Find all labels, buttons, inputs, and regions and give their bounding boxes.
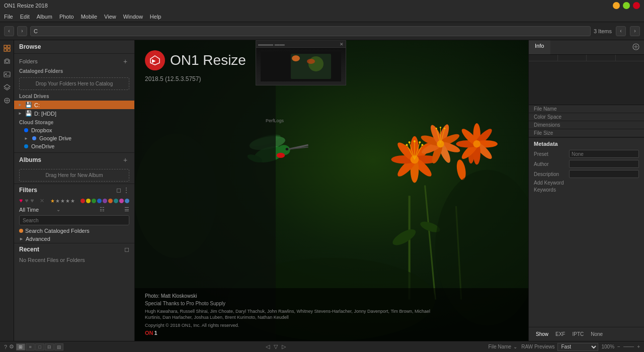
close-button[interactable]	[633, 2, 640, 9]
compare-view-button[interactable]: ⊟	[45, 343, 54, 350]
browse-icon[interactable]	[1, 42, 13, 54]
google-arrow-icon: ►	[24, 136, 29, 141]
nav-forward-button[interactable]: ›	[17, 26, 27, 36]
status-left: ? ⚙ ⊞ ≡ □ ⊟ ▤	[4, 343, 63, 350]
list-view-button[interactable]: ≡	[26, 343, 35, 350]
heart-filled-icon[interactable]: ♥	[19, 197, 23, 204]
menu-help[interactable]: Help	[150, 14, 162, 20]
recent-add-icon[interactable]: ◻	[124, 246, 129, 253]
albums-drop-zone[interactable]: Drag Here for New Album	[19, 169, 129, 182]
zoom-slider[interactable]: ───	[623, 344, 634, 349]
single-view-button[interactable]: □	[35, 343, 44, 350]
color-red[interactable]	[80, 199, 85, 203]
search-row	[14, 214, 134, 227]
center-left-icon[interactable]: ◁	[266, 343, 270, 350]
description-input[interactable]	[569, 170, 639, 178]
onedrive-item[interactable]: OneDrive	[14, 142, 134, 150]
google-dot	[32, 136, 36, 140]
filmstrip-view-button[interactable]: ▤	[54, 343, 63, 350]
star-3[interactable]: ★	[60, 198, 65, 204]
color-green[interactable]	[92, 199, 96, 203]
search-input[interactable]	[19, 215, 129, 225]
browse-icon-right[interactable]	[628, 40, 644, 54]
sort-chevron[interactable]: ⌄	[513, 344, 517, 349]
preset-input[interactable]	[569, 150, 639, 158]
reject-icon[interactable]: ✕	[40, 198, 44, 204]
menu-file[interactable]: File	[4, 14, 13, 20]
tab-info[interactable]: Info	[529, 40, 550, 54]
recent-section: Recent ◻	[14, 243, 134, 255]
slideshow-icon[interactable]: ▽	[274, 343, 278, 350]
google-drive-item[interactable]: ► Google Drive	[14, 134, 134, 142]
add-album-button[interactable]: +	[121, 156, 129, 164]
heart-empty-2-icon[interactable]: ♥	[30, 197, 34, 204]
time-filter-chevron[interactable]: ⌄	[56, 207, 60, 212]
color-blue[interactable]	[97, 199, 102, 203]
nav-prev-button[interactable]: ‹	[616, 26, 626, 36]
star-4[interactable]: ★	[65, 198, 70, 204]
col-4	[616, 55, 645, 61]
color-yellow[interactable]	[86, 199, 91, 203]
nav-next-button[interactable]: ›	[630, 26, 640, 36]
none-button[interactable]: None	[589, 330, 605, 338]
nav-back-button[interactable]: ‹	[4, 26, 14, 36]
info-preview	[529, 55, 644, 105]
menu-album[interactable]: Album	[37, 14, 52, 20]
app-logo-area: ▶ ON1 Resize	[145, 50, 266, 70]
menu-photo[interactable]: Photo	[59, 14, 74, 20]
minimize-button[interactable]	[613, 2, 620, 9]
drop-zone[interactable]: Drop Your Folders Here to Catalog	[19, 77, 129, 90]
grid-view-button[interactable]: ⊞	[16, 343, 25, 350]
menu-edit[interactable]: Edit	[20, 14, 30, 20]
svg-rect-3	[8, 49, 10, 51]
add-folder-button[interactable]: +	[121, 57, 129, 65]
menu-mobile[interactable]: Mobile	[81, 14, 97, 20]
color-teal[interactable]	[125, 199, 129, 203]
filters-expand-icon[interactable]: ◻	[116, 187, 121, 194]
advanced-link[interactable]: ► Advanced	[14, 235, 134, 243]
color-pink[interactable]	[119, 199, 124, 203]
col-1	[529, 55, 558, 61]
svg-rect-2	[4, 49, 7, 51]
iptc-button[interactable]: IPTC	[570, 330, 586, 338]
menu-view[interactable]: View	[104, 14, 116, 20]
filters-more-icon[interactable]: ⋮	[123, 187, 129, 194]
color-orange[interactable]	[108, 199, 113, 203]
dropbox-label: Dropbox	[31, 127, 52, 133]
camera-icon[interactable]	[1, 55, 13, 67]
drive-c-item[interactable]: ► 💾 C:	[14, 101, 134, 109]
albums-drag-label: Drag Here for New Album	[46, 172, 103, 178]
author-input[interactable]	[569, 160, 639, 168]
file-size-row: File Size	[529, 129, 644, 137]
raw-quality-select[interactable]: Fast High Quality	[557, 343, 598, 351]
zoom-out-icon[interactable]: −	[617, 344, 620, 349]
maximize-button[interactable]	[623, 2, 630, 9]
drive-d-item[interactable]: ► 💾 D: [HDD]	[14, 109, 134, 118]
star-1[interactable]: ★	[50, 198, 55, 204]
dropbox-item[interactable]: Dropbox	[14, 126, 134, 134]
exif-button[interactable]: EXF	[553, 330, 567, 338]
photo-icon[interactable]	[1, 68, 13, 80]
menu-window[interactable]: Window	[123, 14, 143, 20]
col-2	[558, 55, 587, 61]
time-filter-label: All Time	[19, 207, 39, 213]
svg-point-32	[414, 140, 416, 142]
effects-icon[interactable]	[1, 95, 13, 107]
color-purple[interactable]	[103, 199, 107, 203]
search-catalogs-row[interactable]: Search Cataloged Folders	[14, 227, 134, 235]
show-button[interactable]: Show	[534, 330, 550, 338]
svg-text:▶: ▶	[152, 58, 156, 63]
center-right-icon[interactable]: ▷	[282, 343, 286, 350]
star-2[interactable]: ★	[55, 198, 60, 204]
status-settings-icon[interactable]: ⚙	[9, 343, 14, 350]
color-cyan[interactable]	[114, 199, 118, 203]
zoom-in-icon[interactable]: +	[637, 344, 640, 349]
heart-empty-1-icon[interactable]: ♥	[25, 197, 28, 204]
star-5[interactable]: ★	[70, 198, 75, 204]
status-help-icon[interactable]: ?	[4, 344, 7, 350]
photo-credit: Photo: Matt Kloskowski	[145, 293, 518, 299]
list-view-icon[interactable]: ☰	[124, 206, 129, 213]
grid-view-icon[interactable]: ☷	[100, 206, 105, 213]
layers-icon[interactable]	[1, 81, 13, 94]
items-count: 3 Items	[594, 28, 612, 34]
